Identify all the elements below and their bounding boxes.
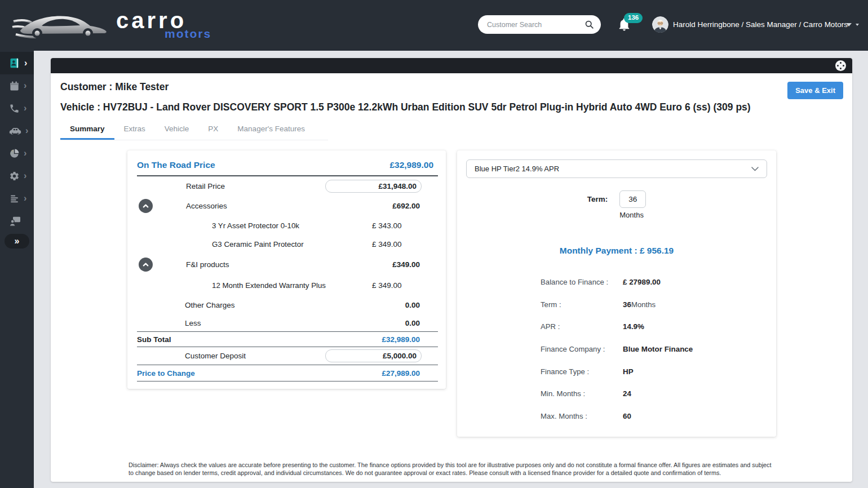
retail-price-label: Retail Price — [186, 182, 225, 190]
detail-value: £ 27989.00 — [623, 277, 661, 288]
detail-value: 60 — [623, 411, 631, 422]
accessories-collapse-button[interactable] — [139, 199, 153, 213]
tab-px[interactable]: PX — [198, 121, 228, 140]
customer-deposit-label: Customer Deposit — [185, 352, 246, 360]
notification-count-badge: 136 — [624, 13, 643, 23]
finance-disclaimer: Disclaimer: Always check the values are … — [129, 462, 774, 477]
accessory-item-label: G3 Ceramic Paint Protector — [212, 240, 304, 249]
sidebar-item-settings[interactable]: › — [0, 165, 34, 187]
tab-vehicle[interactable]: Vehicle — [155, 121, 199, 140]
finance-details: Balance to Finance : £ 27989.00 Term : 3… — [457, 277, 776, 433]
accessory-item-row: 3 Yr Asset Protector 0-10k £ 343.00 — [137, 216, 438, 236]
chevron-up-icon — [142, 202, 149, 210]
top-header: carro motors 136 Harold Herringbone / Sa… — [0, 0, 868, 51]
price-to-change-value: £27,989.00 — [382, 369, 438, 378]
sidebar-item-reports[interactable]: › — [0, 142, 34, 165]
tab-summary[interactable]: Summary — [60, 121, 114, 140]
caret-down-small-icon — [856, 24, 859, 26]
accessories-value: £692.00 — [392, 202, 438, 210]
accessories-label: Accessories — [186, 202, 227, 210]
monthly-payment-value: £ 956.19 — [640, 246, 674, 255]
fni-collapse-button[interactable] — [139, 258, 153, 272]
search-icon[interactable] — [584, 20, 594, 29]
accessory-item-label: 3 Yr Asset Protector 0-10k — [212, 221, 299, 230]
accessory-item-value: £ 349.00 — [372, 240, 402, 249]
less-value: 0.00 — [405, 319, 438, 327]
chevron-right-icon: › — [24, 82, 26, 90]
customer-heading: Customer : Mike Tester — [60, 81, 169, 93]
main-content: Customer : Mike Tester Vehicle : HV72BUJ… — [34, 51, 868, 488]
detail-label: APR : — [541, 321, 623, 332]
avatar-image — [652, 16, 668, 33]
caret-down-icon — [846, 23, 852, 26]
user-menu-toggle[interactable] — [846, 23, 859, 26]
customer-search[interactable] — [478, 15, 601, 34]
accessories-row: Accessories £692.00 — [137, 196, 438, 216]
sub-total-value: £32,989.00 — [382, 335, 438, 344]
sidebar-item-calls[interactable]: › — [0, 97, 34, 119]
summary-cards: On The Road Price £32,989.00 Retail Pric… — [127, 150, 776, 437]
finance-card: Blue HP Tier2 14.9% APR Term: Months Mon… — [457, 150, 776, 437]
other-charges-row: Other Charges 0.00 — [137, 295, 438, 315]
finance-detail-row: Max. Months : 60 — [541, 411, 776, 433]
sidebar-item-vehicles[interactable]: › — [0, 119, 34, 142]
finance-detail-row: Balance to Finance : £ 27989.00 — [541, 277, 776, 299]
chevron-right-icon: › — [24, 194, 26, 202]
fni-item-row: 12 Month Extended Warranty Plus £ 349.00 — [137, 276, 438, 295]
other-charges-value: 0.00 — [405, 301, 438, 309]
widget-handle-icon[interactable] — [835, 60, 846, 71]
detail-value: Blue Motor Finance — [623, 344, 693, 355]
car-icon — [9, 126, 21, 136]
term-input[interactable] — [619, 190, 646, 208]
detail-value: 24 — [623, 388, 631, 400]
detail-label: Finance Company : — [541, 344, 623, 355]
fni-products-value: £349.00 — [392, 260, 438, 269]
sidebar-item-lists[interactable]: › — [0, 187, 34, 210]
finance-detail-row: Finance Type : HP — [541, 366, 776, 389]
panel-title-bar — [51, 58, 852, 73]
sidebar-expand-button[interactable]: » — [5, 234, 29, 249]
sidebar-item-training[interactable] — [0, 210, 34, 232]
price-to-change-label: Price to Change — [137, 369, 195, 378]
detail-value: 36 — [623, 299, 631, 310]
brand-car-icon — [11, 8, 113, 42]
brand-name-secondary: motors — [165, 27, 211, 41]
accessory-item-value: £ 343.00 — [372, 221, 402, 230]
finance-product-select[interactable]: Blue HP Tier2 14.9% APR — [466, 159, 767, 178]
less-label: Less — [185, 319, 201, 327]
sub-total-row: Sub Total £32,989.00 — [137, 332, 438, 347]
chevron-right-icon: › — [24, 59, 27, 67]
tab-extras[interactable]: Extras — [114, 121, 155, 140]
phone-icon — [9, 103, 20, 114]
price-card-header: On The Road Price £32,989.00 — [137, 160, 438, 176]
customer-deposit-input[interactable] — [325, 349, 422, 362]
monthly-payment: Monthly Payment : £ 956.19 — [457, 246, 776, 256]
save-exit-button[interactable]: Save & Exit — [787, 82, 843, 99]
retail-price-input[interactable] — [325, 180, 422, 193]
deal-tabs: Summary Extras Vehicle PX Manager's Feat… — [60, 121, 328, 140]
detail-label: Min. Months : — [541, 388, 623, 400]
sidebar-item-contacts[interactable]: › — [0, 52, 34, 74]
retail-price-row: Retail Price — [137, 176, 438, 196]
detail-label: Balance to Finance : — [541, 277, 623, 288]
tab-managers-features[interactable]: Manager's Features — [228, 121, 315, 140]
gear-icon — [9, 171, 20, 181]
price-to-change-row: Price to Change £27,989.00 — [137, 365, 438, 381]
detail-label: Max. Months : — [541, 411, 623, 422]
sidebar-item-calendar[interactable]: › — [0, 74, 34, 97]
finance-product-selected: Blue HP Tier2 14.9% APR — [475, 165, 559, 173]
detail-label: Finance Type : — [541, 366, 623, 378]
detail-value: HP — [623, 366, 634, 378]
sub-total-label: Sub Total — [137, 335, 171, 344]
brand-wordmark: carro motors — [116, 10, 211, 41]
vehicle-heading: Vehicle : HV72BUJ - Land Rover DISCOVERY… — [60, 101, 751, 113]
chevron-right-icon: › — [24, 104, 26, 112]
fni-products-row: F&I products £349.00 — [137, 253, 438, 276]
user-menu[interactable]: Harold Herringbone / Sales Manager / Car… — [673, 20, 848, 29]
contacts-icon — [9, 57, 20, 69]
chevron-down-icon — [751, 167, 759, 171]
fni-item-value: £ 349.00 — [372, 281, 402, 290]
user-avatar[interactable] — [652, 16, 668, 33]
search-input[interactable] — [487, 21, 584, 29]
price-card-title: On The Road Price — [137, 160, 215, 170]
